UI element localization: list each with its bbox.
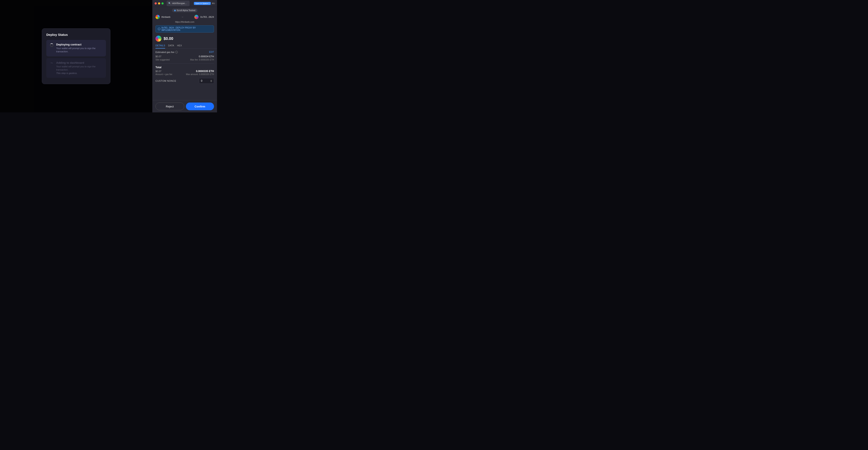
- tx-label-text: 0x783...0624 : DEPLOY PROXY BY IMPLEMENT…: [161, 27, 212, 31]
- site-url: https://thirdweb.com: [152, 20, 217, 24]
- step2-title: Adding to dashboard: [56, 61, 102, 64]
- modal-overlay: Deploy Status Deploying contract Your wa…: [0, 0, 152, 112]
- total-sub: Amount + gas fee Max amount: 0.0000335 E…: [155, 73, 214, 76]
- nonce-input[interactable]: 0: [199, 78, 214, 84]
- account-left: thirdweb: [155, 15, 170, 19]
- nonce-arrows[interactable]: [210, 80, 212, 82]
- metamask-titlebar: 🔍 nkbihfbeogae... Open in Space 1 ⌘0: [152, 0, 217, 7]
- account-right: 0x783...0624: [194, 15, 214, 19]
- open-space-button[interactable]: Open in Space 1: [194, 2, 211, 5]
- total-values: $0.07 0.0000335 ETH: [155, 70, 214, 73]
- eth-logo: [155, 36, 161, 41]
- step2-content: Adding to dashboard Your wallet will pro…: [56, 61, 102, 75]
- gas-fee-usd: $0.07: [155, 55, 161, 58]
- tabs-bar: DETAILS DATA HEX: [152, 44, 217, 49]
- deploy-status-modal: Deploy Status Deploying contract Your wa…: [42, 28, 111, 84]
- confirm-button[interactable]: Confirm: [186, 102, 214, 110]
- divider: [155, 63, 214, 64]
- step1-title: Deploying contract: [56, 43, 102, 46]
- gas-fee-eth: 0.000034 ETH: [199, 55, 214, 58]
- url-text: nkbihfbeogae...: [172, 2, 187, 4]
- wave-icon: 〜: [50, 61, 54, 65]
- metamask-footer: Reject Confirm: [152, 100, 217, 112]
- app-name: thirdweb: [161, 16, 170, 18]
- step2-description: Your wallet will prompt you to sign the …: [56, 65, 102, 75]
- account-address: 0x783...0624: [200, 16, 214, 18]
- total-row: Total $0.07 0.0000335 ETH Amount + gas f…: [155, 66, 214, 76]
- account-avatar: [194, 15, 198, 19]
- tab-data[interactable]: DATA: [168, 44, 174, 49]
- deploy-step-2: 〜 Adding to dashboard Your wallet will p…: [46, 58, 106, 78]
- titlebar-right: Open in Space 1 ⌘0: [194, 2, 215, 5]
- metamask-content: Scroll Alpha Testnet thirdweb → 0x783...…: [152, 7, 217, 100]
- edit-link[interactable]: EDIT: [209, 51, 214, 53]
- total-usd: $0.07: [155, 70, 161, 72]
- tab-hex[interactable]: HEX: [177, 44, 182, 49]
- nonce-label: CUSTOM NONCE: [155, 80, 176, 82]
- modal-title: Deploy Status: [46, 33, 106, 36]
- step1-content: Deploying contract Your wallet will prom…: [56, 43, 102, 53]
- mac-maximize-btn[interactable]: [161, 2, 164, 4]
- mac-close-btn[interactable]: [155, 2, 157, 4]
- network-badge: Scroll Alpha Testnet: [172, 8, 198, 12]
- url-bar[interactable]: 🔍 nkbihfbeogae...: [166, 1, 190, 6]
- app-logo: [155, 15, 160, 19]
- gas-fee-row: Estimated gas fee i $0.07 0.000034 ETH S…: [155, 51, 214, 61]
- gas-info-icon: i: [175, 51, 178, 53]
- custom-nonce-row: CUSTOM NONCE 0: [155, 78, 214, 84]
- total-eth: 0.0000335 ETH: [196, 70, 214, 73]
- amount-value: $0.00: [164, 36, 173, 41]
- arrow-icon: →: [181, 16, 184, 19]
- tx-label: i 0x783...0624 : DEPLOY PROXY BY IMPLEME…: [155, 25, 214, 33]
- mac-minimize-btn[interactable]: [158, 2, 160, 4]
- step1-description: Your wallet will prompt you to sign the …: [56, 47, 102, 53]
- tx-info-icon: i: [158, 28, 160, 30]
- gas-fee-sub: Site suggested Max fee: 0.0000335 ETH: [155, 59, 214, 61]
- metamask-panel: 🔍 nkbihfbeogae... Open in Space 1 ⌘0 Scr…: [152, 0, 217, 112]
- total-label: Total: [155, 66, 214, 69]
- nonce-increment[interactable]: [210, 80, 212, 81]
- tab-details[interactable]: DETAILS: [155, 44, 165, 49]
- account-row: thirdweb → 0x783...0624: [152, 14, 217, 20]
- network-name: Scroll Alpha Testnet: [177, 9, 195, 11]
- nonce-value: 0: [201, 79, 203, 82]
- gas-fee-values: $0.07 0.000034 ETH: [155, 54, 214, 58]
- deploy-step-1: Deploying contract Your wallet will prom…: [46, 40, 106, 56]
- details-panel: EDIT Estimated gas fee i $0.07 0.000034 …: [152, 49, 217, 100]
- amount-section: $0.00: [152, 34, 217, 43]
- gas-fee-label: Estimated gas fee i: [155, 51, 209, 53]
- shortcut-label: ⌘0: [212, 2, 215, 4]
- nonce-decrement[interactable]: [210, 81, 212, 82]
- network-dot: [174, 10, 176, 11]
- spinner-icon: [50, 43, 54, 47]
- reject-button[interactable]: Reject: [155, 102, 184, 110]
